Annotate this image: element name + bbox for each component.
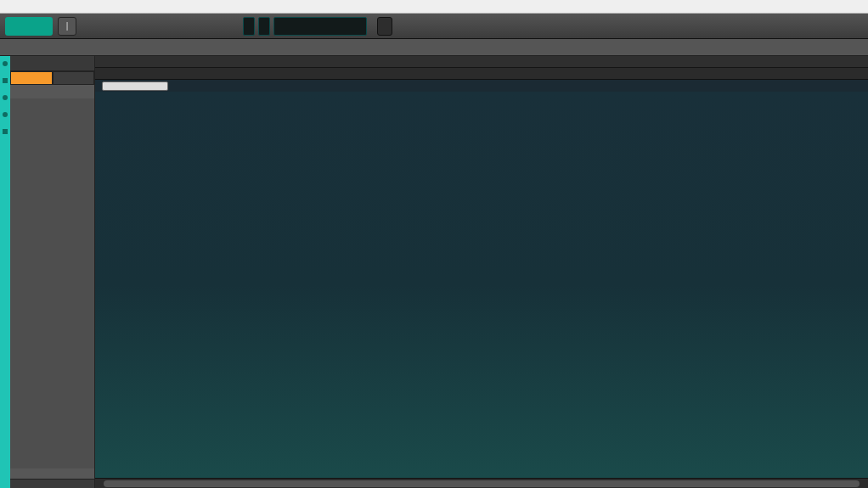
time-ruler[interactable] xyxy=(95,68,868,80)
strip-sq-icon xyxy=(3,78,8,83)
inspector-panel xyxy=(10,56,95,488)
os-menubar xyxy=(0,0,868,14)
region-label-lane[interactable] xyxy=(95,80,868,92)
timecode-secondary[interactable] xyxy=(258,17,270,36)
timecode-primary[interactable] xyxy=(243,17,255,36)
inspector-tab-b[interactable] xyxy=(53,71,95,85)
inspector-tab-a[interactable] xyxy=(10,71,53,85)
app-logo xyxy=(5,17,53,36)
app-toolbar: | xyxy=(0,14,868,39)
timecode-tertiary[interactable] xyxy=(273,17,367,36)
inspector-title xyxy=(10,56,94,71)
marker-ruler[interactable] xyxy=(95,56,868,68)
strip-sq-icon xyxy=(3,129,8,134)
horizontal-scrollbar[interactable] xyxy=(95,478,868,488)
strip-dot-icon xyxy=(3,112,8,117)
lane-selector[interactable] xyxy=(102,81,168,91)
status-display[interactable] xyxy=(377,17,392,36)
divider-btn[interactable]: | xyxy=(58,17,76,36)
arrangement-editor[interactable] xyxy=(95,56,868,488)
strip-dot-icon xyxy=(3,95,8,100)
view-tabs xyxy=(0,39,868,56)
scrollbar-thumb[interactable] xyxy=(104,480,860,487)
strip-dot-icon xyxy=(3,61,8,66)
track-strip[interactable] xyxy=(0,56,10,488)
waveform-stage[interactable] xyxy=(95,92,868,478)
